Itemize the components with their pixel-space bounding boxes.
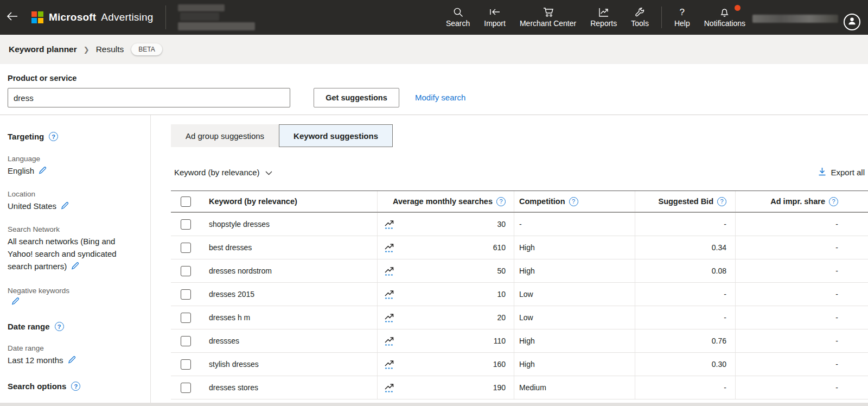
col-header-avg-searches[interactable]: Average monthly searches	[377, 191, 514, 212]
chart-icon	[598, 7, 609, 17]
back-arrow-icon	[7, 11, 18, 23]
row-checkbox[interactable]	[181, 219, 191, 230]
suggested-bid-cell: -	[635, 213, 735, 236]
edit-language-icon[interactable]	[38, 166, 48, 178]
suggested-bid-cell: -	[635, 376, 735, 399]
table-row: stylish dresses160High0.30-	[171, 353, 868, 376]
suggested-bid-help-icon[interactable]	[717, 197, 726, 206]
breadcrumb: Keyword planner ❯ Results BETA	[0, 35, 868, 64]
avg-monthly-searches-value: 160	[493, 360, 506, 369]
row-checkbox[interactable]	[181, 313, 191, 323]
avg-monthly-searches-value: 50	[497, 267, 506, 275]
nav-tools[interactable]: Tools	[624, 0, 656, 35]
row-checkbox-cell	[171, 259, 201, 282]
account-name-redacted[interactable]	[752, 0, 839, 35]
keyword-cell: stylish dresses	[201, 353, 377, 376]
brand-logo[interactable]: MicrosoftAdvertising	[31, 11, 154, 23]
col-header-competition[interactable]: Competition	[514, 191, 635, 212]
date-range-help-icon[interactable]	[55, 322, 64, 331]
row-checkbox[interactable]	[181, 383, 191, 393]
competition-cell: Low	[514, 283, 635, 306]
account-info-redacted[interactable]	[174, 0, 266, 35]
targeting-help-icon[interactable]	[49, 132, 58, 141]
trend-chart-icon[interactable]	[384, 219, 397, 230]
trend-chart-icon[interactable]	[384, 359, 397, 370]
avg-monthly-searches-value: 20	[497, 313, 506, 322]
wrench-icon	[635, 7, 645, 17]
avg-monthly-searches-cell: 30	[377, 213, 514, 236]
row-checkbox[interactable]	[181, 266, 191, 276]
person-icon	[847, 16, 857, 28]
avg-monthly-searches-value: 10	[497, 290, 506, 299]
back-button[interactable]	[0, 0, 25, 35]
cart-icon	[542, 7, 554, 17]
ad-impr-share-cell: -	[735, 259, 868, 282]
search-network-label: Search Network	[8, 225, 141, 233]
suggestions-tabs: Ad group suggestions Keyword suggestions	[171, 124, 393, 147]
location-value: United States	[8, 200, 141, 213]
nav-notifications[interactable]: Notifications	[697, 0, 752, 35]
trend-chart-icon[interactable]	[384, 243, 397, 253]
col-header-keyword[interactable]: Keyword (by relevance)	[201, 191, 377, 212]
search-options-section-title: Search options	[8, 382, 141, 391]
breadcrumb-keyword-planner[interactable]: Keyword planner	[9, 45, 77, 54]
competition-help-icon[interactable]	[569, 197, 578, 206]
horizontal-scrollbar[interactable]	[0, 403, 868, 406]
row-checkbox-cell	[171, 353, 201, 376]
keyword-cell: dresses nordstrom	[201, 259, 377, 282]
topbar-nav: Search Import Merchant Center	[439, 0, 868, 35]
edit-negative-keywords-icon[interactable]	[11, 297, 21, 308]
ad-impr-share-help-icon[interactable]	[829, 197, 838, 206]
avg-searches-help-icon[interactable]	[496, 197, 506, 206]
select-all-checkbox[interactable]	[181, 196, 191, 207]
row-checkbox[interactable]	[181, 336, 191, 346]
nav-import[interactable]: Import	[477, 0, 513, 35]
topbar-divider	[165, 5, 166, 29]
export-all-button[interactable]: Export all	[818, 167, 865, 177]
nav-merchant-center[interactable]: Merchant Center	[513, 0, 583, 35]
col-header-ad-impr-share[interactable]: Ad impr. share	[735, 191, 868, 212]
notification-badge	[735, 5, 741, 11]
top-navigation-bar: MicrosoftAdvertising Search Import	[0, 0, 868, 35]
suggested-bid-cell: 0.76	[635, 329, 735, 352]
trend-chart-icon[interactable]	[384, 289, 397, 300]
row-checkbox[interactable]	[181, 289, 191, 300]
trend-chart-icon[interactable]	[384, 266, 397, 276]
sort-dropdown[interactable]: Keyword (by relevance)	[174, 168, 272, 177]
trend-chart-icon[interactable]	[384, 383, 397, 393]
nav-search[interactable]: Search	[439, 0, 477, 35]
search-options-help-icon[interactable]	[71, 382, 80, 391]
trend-chart-icon[interactable]	[384, 313, 397, 323]
suggested-bid-cell: 0.30	[635, 353, 735, 376]
col-header-suggested-bid[interactable]: Suggested Bid	[635, 191, 735, 212]
competition-cell: Medium	[514, 376, 635, 399]
table-body: shopstyle dresses30---best dresses610Hig…	[171, 213, 868, 399]
targeting-sidebar: Targeting Language English Location Unit…	[0, 115, 151, 406]
targeting-title-text: Targeting	[8, 132, 44, 141]
edit-location-icon[interactable]	[60, 201, 70, 213]
logo-square-blue	[31, 18, 37, 23]
row-checkbox-cell	[171, 376, 201, 399]
table-header-row: Keyword (by relevance) Average monthly s…	[171, 191, 868, 213]
language-value-text: English	[8, 166, 34, 175]
profile-avatar[interactable]	[844, 14, 860, 30]
tab-ad-group-suggestions[interactable]: Ad group suggestions	[171, 124, 279, 147]
edit-search-network-icon[interactable]	[71, 261, 80, 274]
modify-search-link[interactable]: Modify search	[415, 93, 465, 102]
row-checkbox-cell	[171, 329, 201, 352]
trend-chart-icon[interactable]	[384, 336, 397, 346]
suggested-bid-cell: 0.34	[635, 236, 735, 259]
avg-monthly-searches-cell: 160	[377, 353, 514, 376]
get-suggestions-button[interactable]: Get suggestions	[314, 88, 399, 107]
table-row: dresses h m20Low--	[171, 306, 868, 329]
row-checkbox[interactable]	[181, 243, 191, 253]
product-or-service-input[interactable]	[8, 88, 290, 107]
row-checkbox-cell	[171, 306, 201, 329]
ad-impr-share-cell: -	[735, 306, 868, 329]
nav-help[interactable]: ? Help	[667, 0, 697, 35]
edit-date-range-icon[interactable]	[67, 355, 77, 367]
nav-reports[interactable]: Reports	[583, 0, 624, 35]
language-label: Language	[8, 155, 141, 163]
tab-keyword-suggestions[interactable]: Keyword suggestions	[279, 124, 393, 147]
row-checkbox[interactable]	[181, 359, 191, 370]
